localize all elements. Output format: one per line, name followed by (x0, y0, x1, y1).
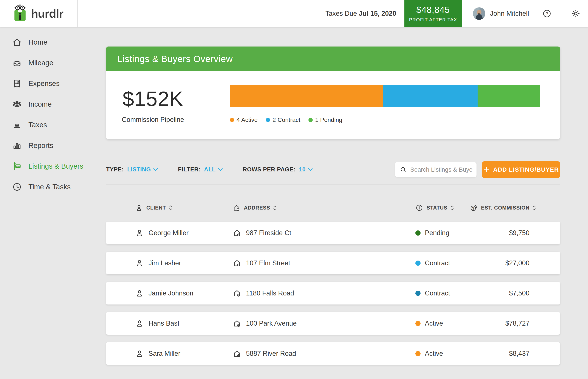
table-controls: TYPE: LISTING FILTER: ALL ROWS PER PAGE:… (106, 161, 560, 178)
status-badge: Contract (425, 259, 450, 267)
legend-item-active: 4 Active (230, 116, 258, 123)
status-badge: Active (425, 319, 443, 327)
commission-value: $8,437 (470, 350, 560, 357)
profit-after-tax-widget[interactable]: $48,845 PROFIT AFTER TAX (404, 0, 462, 27)
plus-icon (483, 166, 490, 173)
divider (106, 185, 560, 185)
top-bar: hurdlr Taxes Due Jul 15, 2020 $48,845 PR… (0, 0, 588, 27)
status-badge: Pending (425, 229, 449, 237)
house-pin-icon (233, 289, 241, 298)
sale-sign-icon (12, 161, 22, 171)
sort-arrows-icon[interactable] (532, 205, 536, 211)
sort-arrows-icon[interactable] (273, 205, 277, 211)
status-dot (415, 291, 421, 296)
pipeline-stacked-bar (230, 85, 540, 107)
person-icon (135, 259, 144, 268)
coins-icon (470, 204, 478, 212)
house-pin-icon (233, 204, 241, 212)
sidebar-item-income[interactable]: Income (0, 94, 78, 115)
status-badge: Active (425, 350, 443, 357)
search-input[interactable] (410, 166, 473, 173)
taxes-due-text: Taxes Due Jul 15, 2020 (325, 10, 396, 17)
cash-icon (12, 99, 22, 109)
chevron-down-icon (218, 168, 223, 171)
info-icon (415, 204, 423, 212)
user-menu[interactable]: John Mitchell (473, 7, 529, 20)
legend-dot-pending (308, 118, 313, 122)
status-dot (415, 261, 421, 266)
sidebar-item-expenses[interactable]: Expenses (0, 73, 78, 94)
table-body: George Miller 987 Fireside Ct Pending $9… (106, 221, 560, 365)
settings-gear-icon[interactable] (571, 9, 580, 18)
commission-value: $78,727 (470, 319, 560, 327)
legend-dot-contract (266, 118, 270, 122)
search-icon (400, 166, 407, 173)
column-header-commission[interactable]: EST. COMMISSION (470, 204, 560, 212)
app-window: hurdlr Taxes Due Jul 15, 2020 $48,845 PR… (0, 0, 588, 379)
receipt-icon (12, 79, 22, 89)
pipeline-amount: $152K (122, 87, 183, 111)
brand-logo[interactable]: hurdlr (0, 0, 78, 27)
main-content: Listings & Buyers Overview $152K Commiss… (78, 27, 588, 379)
car-icon (12, 58, 22, 68)
clock-icon (12, 182, 22, 192)
sidebar-item-time-tasks[interactable]: Time & Tasks (0, 177, 78, 197)
legend-dot-active (230, 118, 234, 122)
sort-arrows-icon[interactable] (450, 205, 454, 211)
profit-amount: $48,845 (416, 5, 450, 15)
avatar (473, 7, 485, 20)
table-row[interactable]: Jim Lesher 107 Elm Street Contract $27,0… (106, 252, 560, 274)
sidebar-item-home[interactable]: Home (0, 32, 78, 53)
person-icon (135, 229, 144, 237)
person-icon (135, 289, 144, 298)
overview-card: Listings & Buyers Overview $152K Commiss… (106, 47, 560, 139)
pipeline-legend: 4 Active 2 Contract 1 Pending (230, 116, 540, 123)
column-header-address[interactable]: ADDRESS (233, 204, 415, 212)
brand-name: hurdlr (31, 7, 63, 20)
table-row[interactable]: Sara Miller 5887 River Road Active $8,43… (106, 342, 560, 365)
person-icon (135, 349, 144, 358)
house-pin-icon (233, 319, 241, 328)
type-filter-dropdown[interactable]: LISTING (127, 166, 158, 173)
sidebar-item-reports[interactable]: Reports (0, 135, 78, 156)
taxes-due-date: Jul 15, 2020 (359, 10, 396, 17)
table-header-row: CLIENT ADDRESS STATUS EST. COMMISSION (106, 202, 560, 214)
profit-label: PROFIT AFTER TAX (409, 17, 457, 23)
bar-segment-contract (383, 85, 478, 107)
house-pin-icon (233, 259, 241, 268)
table-row[interactable]: Hans Basf 100 Park Avenue Active $78,727 (106, 312, 560, 335)
pipeline-label: Commission Pipeline (122, 116, 184, 124)
table-row[interactable]: George Miller 987 Fireside Ct Pending $9… (106, 221, 560, 244)
column-header-client[interactable]: CLIENT (135, 204, 233, 212)
add-listing-buyer-button[interactable]: ADD LISTING/BUYER (482, 161, 560, 178)
person-icon (135, 204, 143, 212)
overview-card-header: Listings & Buyers Overview (106, 47, 560, 71)
commission-value: $7,500 (470, 289, 560, 297)
commission-value: $9,750 (470, 229, 560, 237)
status-badge: Contract (425, 289, 450, 297)
status-dot (415, 351, 421, 356)
help-icon[interactable] (542, 9, 551, 18)
legend-item-pending: 1 Pending (308, 116, 342, 123)
home-icon (12, 37, 22, 47)
overview-title: Listings & Buyers Overview (117, 54, 233, 64)
type-filter: TYPE: LISTING (106, 166, 158, 173)
status-dot (415, 230, 421, 236)
chevron-down-icon (153, 168, 158, 171)
sidebar-nav: Home Mileage Expenses Income Taxes Repor… (0, 27, 78, 379)
sidebar-item-taxes[interactable]: Taxes (0, 115, 78, 135)
sort-arrows-icon[interactable] (169, 205, 173, 211)
user-name: John Mitchell (490, 10, 529, 17)
hurdlr-mascot-icon (11, 3, 29, 25)
table-row[interactable]: Jamie Johnson 1180 Falls Road Contract $… (106, 282, 560, 304)
bar-segment-pending (478, 85, 540, 107)
commission-value: $27,000 (470, 259, 560, 267)
rows-per-page-dropdown[interactable]: 10 (299, 166, 313, 173)
sidebar-item-listings-buyers[interactable]: Listings & Buyers (0, 156, 78, 177)
search-box (395, 162, 477, 177)
pipeline-summary: $152K Commission Pipeline (106, 71, 230, 139)
status-filter-dropdown[interactable]: ALL (204, 166, 223, 173)
bar-segment-active (230, 85, 383, 107)
column-header-status[interactable]: STATUS (415, 204, 470, 212)
sidebar-item-mileage[interactable]: Mileage (0, 53, 78, 73)
